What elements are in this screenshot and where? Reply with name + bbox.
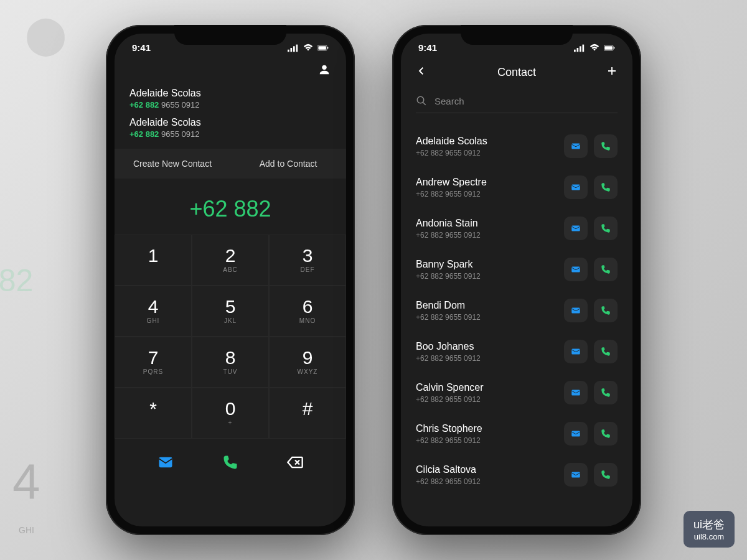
contact-name: Andrew Spectre [416,177,564,188]
create-contact-button[interactable]: Create New Contact [115,149,230,179]
keypad-key-5[interactable]: 5JKL [192,286,269,337]
signal-icon [574,44,585,52]
contact-actions [564,340,618,363]
contact-mail-button[interactable] [564,258,588,281]
contact-mail-button[interactable] [564,422,588,446]
contact-item[interactable]: Calvin Spencer +62 882 9655 0912 [416,372,618,413]
keypad-key-2[interactable]: 2ABC [192,235,269,286]
contact-phone: +62 882 9655 0912 [416,313,564,322]
svg-rect-30 [571,472,580,478]
keypad-key-9[interactable]: 9WXYZ [269,337,346,388]
contact-call-button[interactable] [594,217,618,240]
contact-mail-button[interactable] [564,217,588,240]
svg-rect-8 [159,457,172,467]
contact-item[interactable]: Chris Stophere +62 882 9655 0912 [416,413,618,454]
phone-icon [600,387,611,398]
contact-item[interactable]: Cilcia Saltova +62 882 9655 0912 [416,454,618,495]
contact-phone: +62 882 9655 0912 [416,436,564,445]
phone-icon [600,305,611,316]
contact-mail-button[interactable] [564,134,588,158]
battery-icon [604,44,615,52]
key-letters [115,266,191,274]
contact-phone: +62 882 9655 0912 [416,190,564,198]
contact-item[interactable]: Adelaide Scolas +62 882 9655 0912 [416,126,618,167]
contact-call-button[interactable] [594,381,618,404]
contact-call-button[interactable] [594,258,618,281]
contact-mail-button[interactable] [564,381,588,404]
contact-item[interactable]: Andonia Stain +62 882 9655 0912 [416,208,618,249]
contact-mail-button[interactable] [564,340,588,363]
contact-call-button[interactable] [594,422,618,446]
keypad-key-0[interactable]: 0+ [192,388,269,439]
svg-rect-23 [571,185,580,190]
wifi-icon [589,44,600,52]
contact-call-button[interactable] [594,134,618,158]
keypad-key-*[interactable]: * [115,388,192,439]
contact-call-button[interactable] [594,299,618,322]
contact-name: Banny Spark [416,259,564,270]
keypad-key-#[interactable]: # [269,388,346,439]
svg-rect-13 [580,46,581,52]
svg-rect-25 [571,267,580,273]
keypad-key-4[interactable]: 4GHI [115,286,192,337]
key-letters: MNO [270,317,345,325]
backspace-button[interactable] [286,454,304,474]
contact-mail-button[interactable] [564,175,588,199]
suggestion-item[interactable]: Adelaide Scolas +62 882 9655 0912 [115,113,346,142]
contact-actions [564,299,618,322]
contact-item[interactable]: Bendi Dom +62 882 9655 0912 [416,290,618,331]
contact-call-button[interactable] [594,463,618,487]
contact-info: Andonia Stain +62 882 9655 0912 [416,218,564,240]
contact-name: Chris Stophere [416,423,564,434]
call-button[interactable] [222,454,239,474]
contact-item[interactable]: Banny Spark +62 882 9655 0912 [416,249,618,290]
mail-icon [570,305,581,316]
keypad-key-1[interactable]: 1 [115,235,192,286]
contact-actions [564,463,618,487]
contact-item[interactable]: Andrew Spectre +62 882 9655 0912 [416,167,618,208]
dialer-header [115,58,346,84]
profile-icon[interactable] [317,63,331,77]
keypad-key-6[interactable]: 6MNO [269,286,346,337]
keypad-key-8[interactable]: 8TUV [192,337,269,388]
contact-call-button[interactable] [594,340,618,363]
search-input[interactable]: Search [416,89,618,113]
status-indicators [574,44,615,52]
contact-item[interactable]: Boo Johanes +62 882 9655 0912 [416,331,618,372]
key-letters: ABC [192,266,268,274]
phone-icon [600,469,611,480]
back-button[interactable] [416,65,427,79]
key-letters: + [192,419,268,427]
add-contact-button[interactable] [606,65,618,79]
contact-info: Banny Spark +62 882 9655 0912 [416,259,564,281]
status-time: 9:41 [132,42,151,53]
svg-rect-17 [614,47,614,49]
key-digit: 2 [192,246,268,265]
contact-call-button[interactable] [594,175,618,199]
contact-list[interactable]: Adelaide Scolas +62 882 9655 0912 Andrew… [401,113,632,511]
svg-rect-26 [571,308,580,314]
phone-mockup-contacts: 9:41 Contact Search Adelaide Scolas +62 … [392,25,641,535]
contacts-header: Contact [401,58,632,89]
keypad-key-3[interactable]: 3DEF [269,235,346,286]
key-digit: 1 [115,246,191,265]
svg-point-20 [417,96,424,103]
message-button[interactable] [157,454,174,474]
mail-icon [570,182,581,193]
contact-mail-button[interactable] [564,463,588,487]
watermark: ui老爸 uil8.com [684,511,735,548]
phone-icon [222,454,239,471]
bottom-actions [115,439,346,486]
key-digit: 7 [115,348,191,367]
contact-mail-button[interactable] [564,299,588,322]
contact-phone: +62 882 9655 0912 [416,354,564,363]
add-to-contact-button[interactable]: Add to Contact [230,149,346,179]
status-indicators [288,44,329,52]
suggestion-item[interactable]: Adelaide Scolas +62 882 9655 0912 [115,84,346,113]
contact-phone: +62 882 9655 0912 [416,149,564,157]
svg-rect-1 [291,48,293,52]
keypad-key-7[interactable]: 7PQRS [115,337,192,388]
mail-icon [570,264,581,275]
contact-info: Calvin Spencer +62 882 9655 0912 [416,382,564,404]
contact-actions [564,134,618,158]
